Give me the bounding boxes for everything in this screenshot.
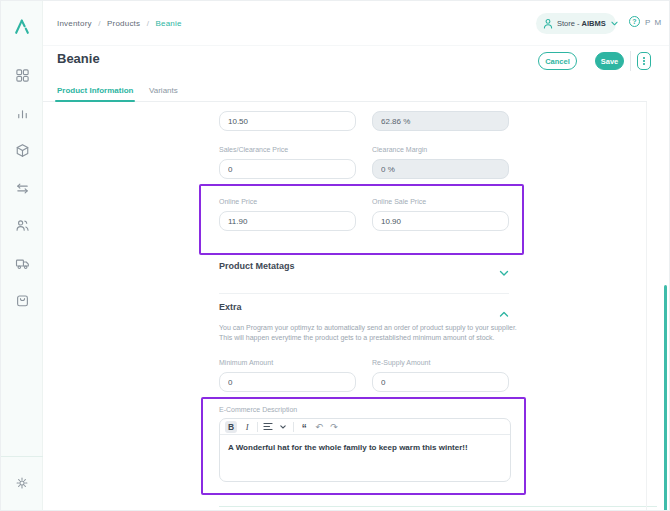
minimum-amount-label: Minimum Amount [219, 359, 273, 366]
product-edit-page: Inventory / Products / Beanie Store - AI… [0, 0, 670, 511]
blockquote-button[interactable]: “ [299, 421, 309, 433]
breadcrumb-inventory[interactable]: Inventory [57, 19, 92, 28]
align-left-icon [263, 422, 273, 431]
section-product-metatags: Product Metatags [219, 261, 295, 271]
chevron-down-icon [611, 21, 618, 26]
products-box-icon[interactable] [1, 140, 43, 160]
brand-logo-icon[interactable] [1, 13, 43, 39]
chevron-down-icon[interactable] [499, 263, 509, 271]
ecommerce-description-input[interactable]: A Wonderful hat for the whole family to … [220, 435, 510, 482]
topbar: Inventory / Products / Beanie Store - AI… [43, 1, 670, 46]
breadcrumb-products[interactable]: Products [107, 19, 140, 28]
bottom-divider [219, 506, 657, 507]
ecommerce-description-label: E-Commerce Description [219, 406, 297, 413]
online-sale-price-label: Online Sale Price [372, 198, 426, 205]
redo-button[interactable]: ↷ [329, 421, 339, 433]
gear-icon[interactable] [1, 473, 43, 493]
sidebar-divider [1, 456, 43, 457]
price-input[interactable] [219, 111, 356, 131]
analytics-bars-icon[interactable] [1, 103, 43, 123]
section-extra: Extra [219, 302, 242, 312]
italic-button[interactable]: I [242, 421, 252, 433]
header-divider [630, 51, 631, 71]
sales-clearance-price-label: Sales/Clearance Price [219, 146, 288, 153]
bold-button[interactable]: B [225, 421, 237, 433]
scrollbar-thumb[interactable] [664, 285, 667, 511]
tab-bar: Product Information Variants [43, 83, 647, 102]
save-button[interactable]: Save [595, 52, 624, 70]
clearance-margin-label: Clearance Margin [372, 146, 427, 153]
user-initials[interactable]: P M [645, 18, 662, 27]
delivery-truck-icon[interactable] [1, 253, 43, 273]
question-circle-icon[interactable]: ? [629, 16, 640, 27]
undo-button[interactable]: ↶ [314, 421, 324, 433]
store-label: Store - AIBMS [557, 19, 606, 28]
chevron-up-icon[interactable] [499, 304, 509, 312]
toolbar-separator [257, 422, 258, 432]
help-glyph: ? [632, 18, 636, 25]
align-chevron-down-icon[interactable] [278, 421, 288, 433]
breadcrumb-separator: / [98, 19, 100, 28]
more-actions-button[interactable] [637, 52, 651, 70]
store-selector[interactable]: Store - AIBMS [536, 13, 616, 34]
online-sale-price-input[interactable] [372, 211, 509, 231]
breadcrumb: Inventory / Products / Beanie [57, 19, 182, 28]
toolbar-separator [293, 422, 294, 432]
customers-users-icon[interactable] [1, 215, 43, 235]
page-title: Beanie [57, 51, 100, 66]
breadcrumb-current: Beanie [156, 19, 182, 28]
section-divider [219, 293, 509, 294]
content-edge-line [646, 102, 647, 511]
tab-product-information[interactable]: Product Information [57, 86, 133, 95]
orders-bag-icon[interactable] [1, 290, 43, 310]
dashboard-grid-icon[interactable] [1, 65, 43, 85]
minimum-amount-input[interactable] [219, 372, 356, 392]
person-icon [543, 18, 553, 29]
resupply-amount-input[interactable] [372, 372, 509, 392]
resupply-amount-label: Re-Supply Amount [372, 359, 430, 366]
online-price-label: Online Price [219, 198, 257, 205]
tab-variants[interactable]: Variants [149, 86, 178, 95]
sales-clearance-price-input[interactable] [219, 159, 356, 179]
online-price-input[interactable] [219, 211, 356, 231]
sidebar [1, 1, 43, 511]
clearance-margin-input [372, 159, 509, 179]
cancel-button[interactable]: Cancel [538, 52, 577, 70]
extra-description: You can Program your optimyz to automati… [219, 323, 519, 342]
rich-text-editor: B I “ ↶ ↷ A Wonderful hat for the whole … [219, 418, 511, 482]
breadcrumb-separator: / [147, 19, 149, 28]
transfers-swap-icon[interactable] [1, 178, 43, 198]
margin-input [372, 111, 509, 131]
align-button[interactable] [263, 421, 273, 433]
editor-toolbar: B I “ ↶ ↷ [220, 419, 510, 435]
